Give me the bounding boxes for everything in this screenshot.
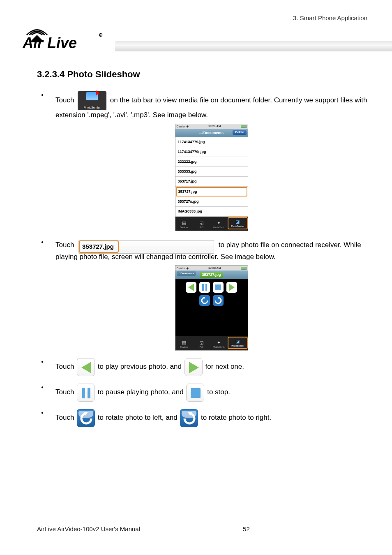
nav-bar: ../Documents 353727.jpg [175,271,248,279]
header-banner [115,41,392,51]
page-content: 3.2.3.4 Photo Slideshow Touch PhotoSende… [37,68,367,435]
list-item-selected[interactable]: 353727.jpg [176,187,247,197]
chapter-label: 3. Smart Phone Application [293,14,367,21]
nav-title: 353727.jpg [200,272,223,278]
rotate-right-icon[interactable] [213,295,224,306]
previous-icon[interactable] [186,282,196,293]
text: to stop. [207,388,230,396]
file-list: 1174134779.jpg 1174134779r.jpg 222222.jp… [175,137,248,217]
tab-devices[interactable]: ▤Devices [175,339,193,349]
controller-screenshot: Carrier ◈ 10:28 AM ../Documents 353727.j… [175,265,248,351]
list-item[interactable]: 353717.jpg [175,177,248,187]
list-item[interactable]: 1174134779.jpg [175,137,248,147]
list-item[interactable]: IMAG0333.jpg [175,207,248,217]
bullet-item: Touch 353727.jpg to play photo file on c… [41,238,367,351]
svg-rect-3 [202,284,204,291]
next-icon[interactable] [226,282,237,293]
status-bar: Carrier ◈ 10:28 AM [175,266,248,271]
text: for next one. [205,363,244,371]
pause-icon[interactable] [77,384,95,402]
bullet-item: Touch to pause playing photo, and to sto… [41,384,367,402]
stop-icon[interactable] [213,282,224,293]
back-button[interactable]: ../Documents [177,271,196,276]
list-item[interactable]: 333333.jpg [175,167,248,177]
status-bar: Carrier ◈ 10:21 AM [175,124,248,129]
tab-mediacenter[interactable]: ✦MediaCent.. [210,220,228,229]
delete-button[interactable]: Delete [233,130,246,135]
tab-devices[interactable]: ▤Devices [175,220,193,229]
nav-bar: .../Documents Delete [175,129,248,137]
section-heading: 3.2.3.4 Photo Slideshow [37,68,367,81]
svg-rect-5 [215,284,221,290]
list-item[interactable]: 222222.jpg [175,157,248,167]
text: Touch [55,96,74,104]
rotate-left-icon[interactable] [199,295,210,306]
bullet-item: Touch to play previous photo, and for ne… [41,358,367,376]
tab-photosender[interactable]: ◪PhotoSender [228,337,248,349]
text: to pause playing photo, and [98,388,184,396]
svg-text:R: R [99,34,101,37]
airlive-logo: Air Live R [23,23,109,51]
list-item[interactable]: 1174134779r.jpg [175,147,248,157]
tab-photosender[interactable]: ◪PhotoSender [228,217,248,229]
tab-bar: ▤Devices ◱PtG ✦MediaCent.. ◪PhotoSender [175,336,248,350]
nav-title: .../Documents [199,130,224,136]
rotate-right-icon[interactable] [180,409,198,427]
previous-icon[interactable] [77,358,95,376]
text: Touch [55,363,74,371]
text: Touch [55,414,74,422]
documents-screenshot: Carrier ◈ 10:21 AM .../Documents Delete … [175,124,248,231]
bullet-item: Touch PhotoSender on the tab bar to view… [41,91,367,231]
text: Touch [55,241,74,249]
page-footer: AirLive AirVideo-100v2 User's Manual 52 [37,525,367,532]
next-icon[interactable] [184,358,203,376]
svg-rect-7 [88,388,90,398]
list-item[interactable]: 353727s.jpg [175,197,248,207]
svg-rect-6 [82,388,85,398]
text: to play previous photo, and [98,363,182,371]
page-number: 52 [243,525,250,532]
text: to rotate photo to right. [201,414,271,422]
pause-icon[interactable] [199,282,210,293]
file-button[interactable]: 353727.jpg [78,240,214,254]
tab-mediacenter[interactable]: ✦MediaCent.. [210,339,228,349]
tab-ptg[interactable]: ◱PtG [193,220,210,229]
svg-text:Air Live: Air Live [23,35,77,51]
manual-title: AirLive AirVideo-100v2 User's Manual [37,525,140,532]
photosender-tab-icon: PhotoSender [78,91,106,110]
text: to rotate photo to left, and [98,414,178,422]
controller-body [175,279,248,336]
svg-rect-4 [205,284,207,291]
text: Touch [55,388,74,396]
bullet-item: Touch to rotate photo to left, and to ro… [41,409,367,427]
tab-ptg[interactable]: ◱PtG [193,339,210,349]
rotate-left-icon[interactable] [77,409,95,427]
tab-bar: ▤Devices ◱PtG ✦MediaCent.. ◪PhotoSender [175,217,248,231]
svg-rect-8 [191,388,201,398]
stop-icon[interactable] [186,384,204,402]
